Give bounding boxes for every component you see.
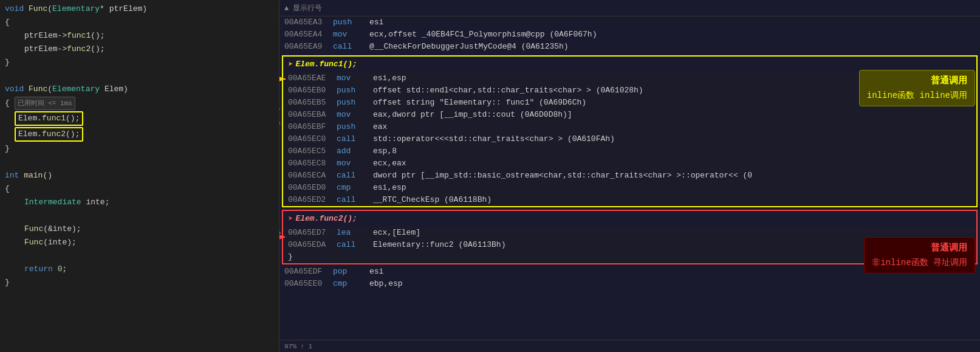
code-line: void Func(Elementary* ptrElem) [0,2,279,16]
code-line: ptrElem->func1(); [0,29,279,43]
code-line: } [0,56,279,69]
annotation-noninline: 普通调用 非inline函数 寻址调用 [864,237,975,274]
code-line: Func(inte); [0,236,279,249]
asm-pre-section: ▲ 显示行号 00A65EA3 push esi 00A65EA4 mov ec… [279,0,980,54]
code-line: { [0,182,279,196]
code-line: { 已用时间 <= 1ms [0,96,279,111]
status-text: 97% ↑ 1 [284,343,312,350]
asm-row: 00A65EA4 mov ecx,offset _40EB4FC1_Polymo… [279,29,980,41]
code-line [0,156,279,169]
asm-row: 00A65EBF push eax [283,121,976,133]
asm-header: ▲ 显示行号 [279,1,980,16]
code-line: } [0,142,279,156]
code-line: { [0,16,279,29]
elem-func2-call: Elem.func2(); [0,126,279,142]
code-line: int main() [0,169,279,182]
asm-row: 00A65EA9 call @__CheckForDebuggerJustMyC… [279,41,980,53]
code-line: } [0,276,279,289]
source-code-panel: void Func(Elementary* ptrElem) { ptrElem… [0,0,279,352]
code-line: return 0; [0,263,279,276]
asm-row: 00A65EA3 push esi [279,16,980,29]
asm-row: 00A65EBA mov eax,dword ptr [__imp_std::c… [283,109,976,121]
annotation-inline: 普通调用 inline函数 inline调用 [859,70,975,106]
annotation-line1: 普通调用 [867,74,967,89]
func2-label: ➤ Elem.func2(); [283,211,976,227]
asm-row: 00A65ED0 cmp esi,esp [283,182,976,194]
annotation-line1: 普通调用 [872,241,967,256]
asm-row: 00A65ED2 call __RTC_CheckEsp (0A6118Bh) [283,194,976,206]
asm-row: 00A65ECA call dword ptr [__imp_std::basi… [283,170,976,182]
time-badge: 已用时间 <= 1ms [15,97,75,110]
code-line: void Func(Elementary Elem) [0,83,279,96]
elem-func1-call: Elem.func1(); [0,111,279,126]
asm-row: 00A65EC0 call std::operator<<<std::char_… [283,133,976,145]
annotation-line2: inline函数 inline调用 [867,89,967,102]
code-line: Func(&inte); [0,223,279,236]
code-line [0,209,279,223]
asm-row: 00A65EE0 cmp ebp,esp [279,278,980,290]
asm-row: 00A65EC8 mov ecx,eax [283,157,976,170]
annotation-line2: 非inline函数 寻址调用 [872,256,967,269]
code-line: ptrElem->func2(); [0,43,279,56]
status-bar: 97% ↑ 1 [279,340,980,352]
code-line [0,69,279,83]
assembly-panel: ▲ 显示行号 00A65EA3 push esi 00A65EA4 mov ec… [279,0,980,352]
code-line: Intermediate inte; [0,196,279,209]
code-line [0,249,279,263]
arrow-icon: ➤ [288,212,293,226]
asm-row: 00A65EC5 add esp,8 [283,145,976,157]
arrow-icon: ➤ [288,58,293,71]
